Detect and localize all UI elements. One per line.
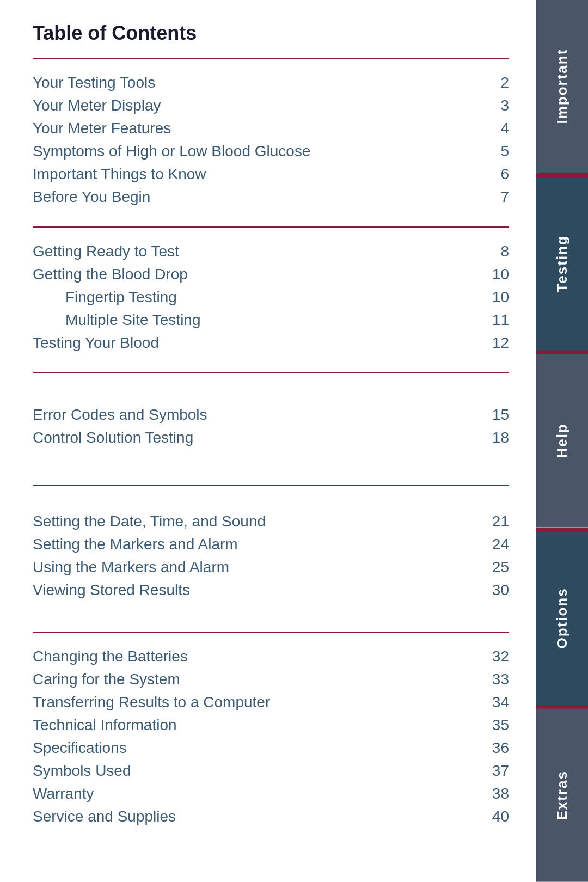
toc-page: 10 bbox=[482, 266, 509, 283]
toc-label: Error Codes and Symbols bbox=[33, 406, 207, 424]
toc-row[interactable]: Setting the Markers and Alarm 24 bbox=[33, 536, 509, 553]
toc-page: 8 bbox=[482, 243, 509, 260]
toc-row[interactable]: Important Things to Know 6 bbox=[33, 166, 509, 183]
toc-page: 7 bbox=[482, 188, 509, 206]
toc-page: 35 bbox=[482, 716, 509, 734]
section-testing: Getting Ready to Test 8 Getting the Bloo… bbox=[33, 226, 509, 372]
toc-row[interactable]: Symbols Used 37 bbox=[33, 762, 509, 780]
section-options: Setting the Date, Time, and Sound 21 Set… bbox=[33, 485, 509, 632]
toc-row[interactable]: Warranty 38 bbox=[33, 785, 509, 803]
toc-page: 18 bbox=[482, 429, 509, 446]
toc-page: 11 bbox=[482, 311, 509, 329]
toc-row[interactable]: Transferring Results to a Computer 34 bbox=[33, 694, 509, 711]
toc-row[interactable]: Fingertip Testing 10 bbox=[33, 289, 509, 306]
toc-row[interactable]: Viewing Stored Results 30 bbox=[33, 581, 509, 599]
toc-label: Setting the Date, Time, and Sound bbox=[33, 513, 266, 530]
toc-row[interactable]: Error Codes and Symbols 15 bbox=[33, 406, 509, 424]
toc-label: Getting Ready to Test bbox=[33, 243, 179, 260]
toc-row[interactable]: Control Solution Testing 18 bbox=[33, 429, 509, 446]
sidebar-divider-2 bbox=[536, 350, 588, 354]
toc-label: Using the Markers and Alarm bbox=[33, 559, 229, 576]
toc-page: 34 bbox=[482, 694, 509, 711]
toc-row[interactable]: Your Testing Tools 2 bbox=[33, 74, 509, 91]
toc-row[interactable]: Technical Information 35 bbox=[33, 716, 509, 734]
sidebar-tab-options[interactable]: Options bbox=[536, 532, 588, 705]
toc-page: 12 bbox=[482, 334, 509, 352]
toc-label: Transferring Results to a Computer bbox=[33, 694, 270, 711]
toc-page: 5 bbox=[482, 143, 509, 160]
toc-label: Changing the Batteries bbox=[33, 648, 188, 665]
toc-page: 30 bbox=[482, 581, 509, 599]
toc-page: 10 bbox=[482, 289, 509, 306]
toc-label: Setting the Markers and Alarm bbox=[33, 536, 238, 553]
toc-page: 25 bbox=[482, 559, 509, 576]
sidebar-tab-extras[interactable]: Extras bbox=[536, 709, 588, 882]
toc-label: Viewing Stored Results bbox=[33, 581, 190, 599]
toc-row[interactable]: Setting the Date, Time, and Sound 21 bbox=[33, 513, 509, 530]
toc-label: Symbols Used bbox=[33, 762, 131, 780]
toc-row[interactable]: Testing Your Blood 12 bbox=[33, 334, 509, 352]
toc-page: 38 bbox=[482, 785, 509, 803]
toc-row[interactable]: Your Meter Features 4 bbox=[33, 120, 509, 137]
section-extras: Changing the Batteries 32 Caring for the… bbox=[33, 632, 509, 846]
toc-row[interactable]: Getting Ready to Test 8 bbox=[33, 243, 509, 260]
toc-label: Your Meter Display bbox=[33, 97, 161, 114]
toc-page: 15 bbox=[482, 406, 509, 424]
toc-page: 2 bbox=[482, 74, 509, 91]
toc-label: Getting the Blood Drop bbox=[33, 266, 188, 283]
sidebar-tab-help[interactable]: Help bbox=[536, 354, 588, 528]
toc-label: Caring for the System bbox=[33, 671, 180, 688]
toc-row[interactable]: Caring for the System 33 bbox=[33, 671, 509, 688]
toc-label: Technical Information bbox=[33, 716, 177, 734]
sidebar: Important Testing Help Options Extras bbox=[536, 0, 588, 882]
toc-label: Multiple Site Testing bbox=[33, 311, 201, 329]
toc-label: Warranty bbox=[33, 785, 94, 803]
toc-label: Your Testing Tools bbox=[33, 74, 155, 91]
toc-label: Your Meter Features bbox=[33, 120, 171, 137]
sidebar-tab-important-label: Important bbox=[554, 49, 571, 124]
sidebar-divider-1 bbox=[536, 173, 588, 177]
sidebar-divider-3 bbox=[536, 528, 588, 532]
toc-label: Fingertip Testing bbox=[33, 289, 177, 306]
sidebar-tab-options-label: Options bbox=[554, 587, 571, 648]
toc-label: Important Things to Know bbox=[33, 166, 206, 183]
toc-label: Service and Supplies bbox=[33, 808, 176, 825]
toc-page: 32 bbox=[482, 648, 509, 665]
toc-row[interactable]: Getting the Blood Drop 10 bbox=[33, 266, 509, 283]
toc-row[interactable]: Before You Begin 7 bbox=[33, 188, 509, 206]
toc-title: Table of Contents bbox=[33, 22, 509, 45]
toc-label: Testing Your Blood bbox=[33, 334, 159, 352]
sidebar-tab-testing[interactable]: Testing bbox=[536, 177, 588, 351]
toc-label: Specifications bbox=[33, 739, 127, 757]
toc-label: Before You Begin bbox=[33, 188, 150, 206]
toc-label: Symptoms of High or Low Blood Glucose bbox=[33, 143, 310, 160]
toc-row[interactable]: Specifications 36 bbox=[33, 739, 509, 757]
toc-page: 33 bbox=[482, 671, 509, 688]
toc-page: 21 bbox=[482, 513, 509, 530]
section-important: Your Testing Tools 2 Your Meter Display … bbox=[33, 58, 509, 226]
toc-page: 40 bbox=[482, 808, 509, 825]
toc-page: 37 bbox=[482, 762, 509, 780]
main-content: Table of Contents Your Testing Tools 2 Y… bbox=[0, 0, 536, 882]
sidebar-tab-testing-label: Testing bbox=[554, 235, 571, 292]
toc-page: 3 bbox=[482, 97, 509, 114]
toc-row[interactable]: Multiple Site Testing 11 bbox=[33, 311, 509, 329]
sidebar-tab-important[interactable]: Important bbox=[536, 0, 588, 173]
sidebar-tab-help-label: Help bbox=[554, 424, 571, 458]
toc-page: 24 bbox=[482, 536, 509, 553]
toc-page: 4 bbox=[482, 120, 509, 137]
sidebar-tab-extras-label: Extras bbox=[554, 770, 571, 820]
toc-row[interactable]: Changing the Batteries 32 bbox=[33, 648, 509, 665]
toc-page: 36 bbox=[482, 739, 509, 757]
toc-page: 6 bbox=[482, 166, 509, 183]
toc-row[interactable]: Using the Markers and Alarm 25 bbox=[33, 559, 509, 576]
section-help: Error Codes and Symbols 15 Control Solut… bbox=[33, 372, 509, 485]
toc-row[interactable]: Symptoms of High or Low Blood Glucose 5 bbox=[33, 143, 509, 160]
toc-label: Control Solution Testing bbox=[33, 429, 193, 446]
toc-row[interactable]: Your Meter Display 3 bbox=[33, 97, 509, 114]
toc-row[interactable]: Service and Supplies 40 bbox=[33, 808, 509, 825]
